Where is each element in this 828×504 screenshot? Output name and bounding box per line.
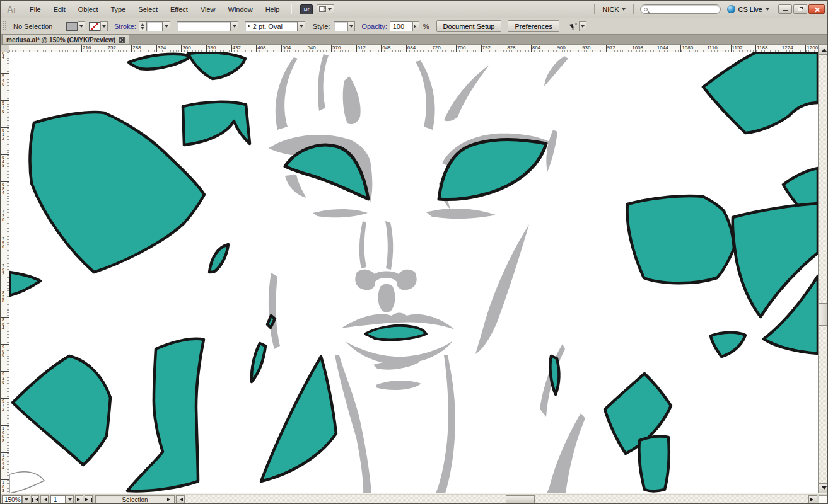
scroll-up-button[interactable]	[819, 45, 828, 55]
hruler-label: 432	[233, 45, 241, 50]
stroke-weight-dropdown[interactable]	[163, 21, 170, 32]
hruler-label: 1116	[707, 45, 718, 50]
next-artboard-button[interactable]	[75, 495, 83, 504]
menu-window[interactable]: Window	[222, 1, 259, 18]
variable-width-combo[interactable]	[177, 21, 231, 32]
menu-file[interactable]: File	[23, 1, 47, 18]
select-similar-icon[interactable]	[569, 21, 579, 32]
bridge-button[interactable]: Br	[300, 4, 313, 14]
hruler-label: 1260	[807, 45, 818, 50]
chevron-down-icon	[328, 8, 332, 13]
vruler-label: 9 3 6	[2, 372, 4, 385]
close-button[interactable]	[808, 4, 825, 14]
hscroll-right-button[interactable]	[808, 495, 817, 504]
restore-icon	[798, 8, 802, 11]
vruler-label: 5 0 4	[2, 52, 4, 60]
stroke-weight-combo[interactable]	[146, 21, 163, 32]
document-setup-button[interactable]: Document Setup	[436, 20, 502, 32]
select-similar-dropdown[interactable]	[579, 21, 586, 32]
panel-grip-handle[interactable]	[3, 21, 6, 32]
opacity-value: 100	[393, 23, 404, 30]
arrow-right-icon	[77, 498, 82, 501]
variable-width-dropdown[interactable]	[231, 21, 238, 32]
horizontal-scrollbar-thumb[interactable]	[506, 495, 535, 503]
vertical-scrollbar[interactable]	[818, 45, 828, 493]
stroke-weight-stepper[interactable]	[139, 21, 146, 32]
arrow-left-icon	[42, 498, 47, 501]
hruler-label: 252	[108, 45, 116, 50]
fill-color-swatch[interactable]	[66, 22, 78, 31]
hscroll-left-button[interactable]	[176, 495, 185, 504]
arrow-up-icon	[822, 46, 827, 52]
restore-button[interactable]	[793, 4, 807, 14]
status-display[interactable]: Selection	[95, 495, 175, 504]
first-artboard-button[interactable]	[31, 495, 39, 504]
hruler-label: 1008	[632, 45, 643, 50]
stroke-dropdown-button[interactable]	[100, 21, 108, 32]
opacity-panel-link[interactable]: Opacity:	[361, 23, 387, 30]
mouth	[365, 326, 426, 340]
arrange-documents-button[interactable]	[317, 4, 334, 14]
vertical-scroll-track[interactable]	[819, 55, 828, 483]
hruler-label: 576	[332, 45, 341, 50]
menu-edit[interactable]: Edit	[47, 1, 72, 18]
white-outline-shape[interactable]	[9, 472, 44, 493]
minimize-button[interactable]	[778, 4, 792, 14]
zoom-level-field[interactable]: 150%	[2, 495, 22, 504]
canvas-artboard[interactable]	[9, 52, 818, 493]
vruler-label: 7 5 6	[2, 237, 4, 249]
eyes-and-mouth[interactable]	[285, 140, 546, 340]
hruler-label: 828	[507, 45, 515, 50]
ruler-corner[interactable]	[1, 45, 9, 52]
menu-effect[interactable]: Effect	[164, 1, 194, 18]
document-tab[interactable]: medusa.ai* @ 150% (CMYK/Preview)	[2, 35, 129, 44]
menu-view[interactable]: View	[194, 1, 222, 18]
last-artboard-button[interactable]	[85, 495, 93, 504]
menu-select[interactable]: Select	[132, 1, 164, 18]
scrollbar-corner	[819, 495, 828, 504]
previous-artboard-button[interactable]	[40, 495, 49, 504]
hruler-label: 1188	[757, 45, 767, 50]
opacity-input[interactable]: 100	[390, 21, 412, 32]
fill-dropdown-button[interactable]	[78, 21, 85, 32]
tab-close-icon[interactable]	[119, 37, 125, 43]
arrange-grid-icon	[319, 6, 326, 12]
scroll-down-button[interactable]	[819, 483, 828, 493]
chevron-down-icon	[766, 8, 769, 13]
artboard-number-field[interactable]: 1	[50, 495, 66, 504]
hruler-label: 540	[307, 45, 315, 50]
style-dropdown[interactable]	[347, 21, 355, 32]
horizontal-scrollbar[interactable]	[185, 495, 808, 504]
vruler-label: 6 1 2	[2, 129, 4, 141]
menu-object[interactable]: Object	[72, 1, 105, 18]
bridge-icon: Br	[304, 6, 310, 12]
document-tab-bar: medusa.ai* @ 150% (CMYK/Preview)	[1, 35, 827, 45]
medusa-artwork[interactable]	[9, 52, 818, 493]
hruler-label: 1044	[657, 45, 668, 50]
status-bar: 150% 1 Selection	[1, 493, 828, 504]
vertical-scrollbar-thumb[interactable]	[819, 303, 828, 326]
search-input[interactable]	[640, 4, 721, 14]
horizontal-ruler[interactable]: 2162522883243603964324685045405766126486…	[9, 45, 818, 52]
vruler-label: 9 7 2	[2, 399, 4, 412]
hruler-label: 288	[132, 45, 141, 50]
menu-type[interactable]: Type	[105, 1, 132, 18]
artboard-dropdown-button[interactable]	[66, 495, 74, 504]
opacity-spinner-button[interactable]	[412, 21, 419, 32]
stroke-panel-link[interactable]: Stroke:	[114, 23, 136, 30]
hruler-label: 468	[257, 45, 265, 50]
stroke-color-swatch[interactable]	[89, 22, 100, 31]
step-up-icon	[141, 21, 144, 26]
cs-live-button[interactable]: CS Live	[738, 6, 773, 13]
zoom-dropdown-button[interactable]	[22, 495, 30, 504]
brush-preset-combo[interactable]: 2 pt. Oval	[245, 21, 298, 32]
menu-help[interactable]: Help	[259, 1, 286, 18]
preferences-button[interactable]: Preferences	[508, 20, 559, 32]
hruler-label: 1080	[682, 45, 693, 50]
brush-preset-dropdown[interactable]	[298, 21, 305, 32]
vertical-ruler[interactable]: 5 0 45 4 05 7 66 1 26 4 86 8 47 2 07 5 6…	[1, 52, 9, 493]
workspace-switcher[interactable]: NICK	[600, 6, 628, 13]
style-combo[interactable]	[334, 21, 347, 32]
hruler-label: 1152	[732, 45, 743, 50]
chevron-down-icon	[68, 498, 72, 503]
